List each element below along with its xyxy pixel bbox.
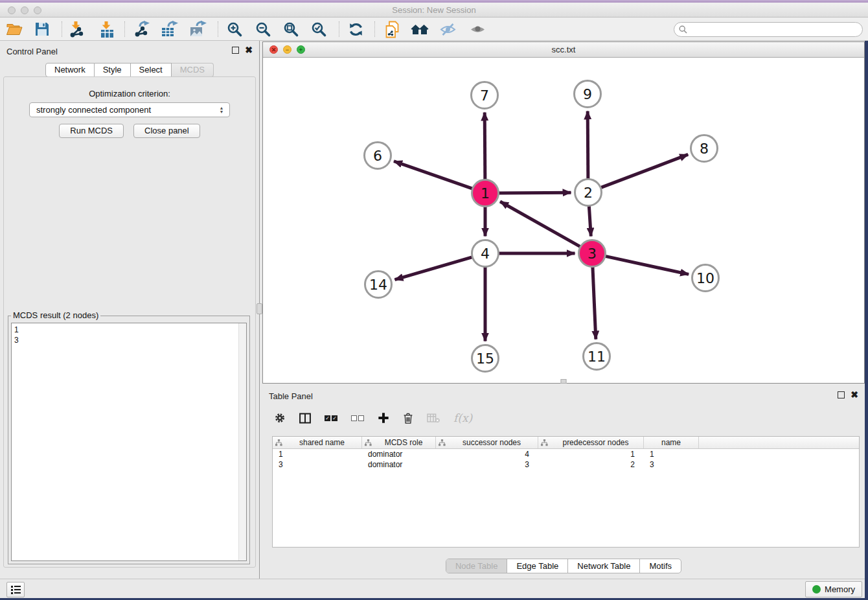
export-network-icon[interactable] <box>131 19 151 39</box>
task-history-button[interactable] <box>6 582 25 597</box>
graph-node-7[interactable]: 7 <box>472 82 498 109</box>
table-cell[interactable]: 1 <box>644 449 699 459</box>
graph-node-15[interactable]: 15 <box>472 345 499 372</box>
graph-node-3[interactable]: 3 <box>579 240 606 267</box>
refresh-styles-icon[interactable] <box>346 19 365 39</box>
open-session-icon[interactable] <box>5 19 24 39</box>
graph-edge-2-8[interactable] <box>599 154 688 188</box>
column-header-shared-name[interactable]: shared name <box>273 437 362 448</box>
run-mcds-button[interactable]: Run MCDS <box>59 124 124 138</box>
function-builder-icon: f(x) <box>453 411 472 424</box>
table-row[interactable]: 1dominator411 <box>273 449 859 459</box>
search-icon <box>679 25 687 34</box>
save-session-icon[interactable] <box>32 19 52 39</box>
status-bar: Memory <box>0 579 868 598</box>
zoom-fit-icon[interactable] <box>281 19 301 39</box>
column-tree-icon <box>275 439 282 446</box>
window-resize-grip[interactable] <box>561 379 567 384</box>
graph-node-label: 10 <box>696 270 714 286</box>
mcds-result-box[interactable]: 1 3 <box>11 323 247 561</box>
graph-node-6[interactable]: 6 <box>365 143 391 169</box>
tab-node-table[interactable]: Node Table <box>446 559 507 573</box>
graph-edge-3-10[interactable] <box>604 256 689 274</box>
close-panel-button[interactable]: Close panel <box>133 124 200 138</box>
graph-edge-1-2[interactable] <box>497 192 571 193</box>
panel-splitter-grip[interactable] <box>257 303 262 314</box>
network-document-icon[interactable] <box>382 19 402 39</box>
import-table-icon[interactable] <box>97 19 117 39</box>
table-cell[interactable]: 2 <box>538 459 644 470</box>
show-columns-icon[interactable] <box>299 413 311 424</box>
select-all-checkboxes-icon[interactable]: ✓✓ <box>325 415 337 421</box>
graph-node-11[interactable]: 11 <box>584 343 610 370</box>
tab-motifs[interactable]: Motifs <box>639 559 681 573</box>
network-window-titlebar[interactable]: ✕ − + scc.txt <box>263 42 864 58</box>
table-row[interactable]: 3dominator323 <box>273 459 859 470</box>
graph-node-4[interactable]: 4 <box>472 240 499 267</box>
export-image-icon[interactable] <box>188 19 207 39</box>
float-panel-icon[interactable] <box>232 47 239 54</box>
network-canvas[interactable]: 7968124314101511 <box>263 58 864 383</box>
table-cell[interactable]: 4 <box>436 449 538 459</box>
zoom-selected-icon[interactable] <box>309 19 328 39</box>
tab-select[interactable]: Select <box>131 63 172 77</box>
home-layout-icon[interactable] <box>410 19 429 39</box>
graph-node-label: 9 <box>583 86 592 102</box>
column-header-successor-nodes[interactable]: successor nodes <box>436 437 538 448</box>
graph-node-14[interactable]: 14 <box>365 271 392 298</box>
graph-edge-2-3[interactable] <box>589 204 591 236</box>
show-graphics-details-icon[interactable] <box>468 19 487 39</box>
tab-style[interactable]: Style <box>95 63 131 77</box>
tab-edge-table[interactable]: Edge Table <box>507 559 567 573</box>
hide-graphics-details-icon[interactable] <box>438 19 457 39</box>
zoom-out-icon[interactable] <box>253 19 273 39</box>
toolbar-separator <box>374 21 375 37</box>
table-cell[interactable]: 3 <box>644 459 699 470</box>
table-cell[interactable]: 3 <box>273 459 362 470</box>
close-panel-icon[interactable]: ✖ <box>851 391 858 398</box>
graph-edge-3-1[interactable] <box>500 202 582 248</box>
delete-column-icon[interactable] <box>403 412 413 424</box>
graph-edge-1-6[interactable] <box>394 161 474 189</box>
add-column-icon[interactable] <box>378 412 389 424</box>
column-header-name[interactable]: name <box>644 437 699 448</box>
toolbar-separator <box>218 21 218 37</box>
graph-node-8[interactable]: 8 <box>691 135 718 162</box>
memory-button[interactable]: Memory <box>805 581 862 597</box>
graph-node-2[interactable]: 2 <box>575 179 602 206</box>
float-panel-icon[interactable] <box>838 391 845 398</box>
table-header-row: shared nameMCDS rolesuccessor nodesprede… <box>273 437 859 449</box>
graph-node-10[interactable]: 10 <box>692 265 719 292</box>
desktop-edge <box>865 41 868 600</box>
tab-mcds[interactable]: MCDS <box>172 63 214 77</box>
column-header-predecessor-nodes[interactable]: predecessor nodes <box>538 437 644 448</box>
column-header-mcds-role[interactable]: MCDS role <box>362 437 436 448</box>
graph-node-label: 15 <box>476 351 494 367</box>
search-input[interactable] <box>674 22 863 37</box>
graph-edge-4-14[interactable] <box>394 257 474 279</box>
table-cell[interactable]: 1 <box>273 449 362 459</box>
tab-network[interactable]: Network <box>45 63 95 77</box>
table-cell[interactable]: 3 <box>436 459 538 470</box>
table-settings-icon[interactable] <box>274 412 286 424</box>
table-cell[interactable]: 1 <box>538 449 644 459</box>
mcds-result-title: MCDS result (2 nodes) <box>11 310 100 320</box>
deselect-all-checkboxes-icon[interactable] <box>351 415 364 421</box>
memory-status-icon <box>812 585 821 594</box>
graph-edge-3-11[interactable] <box>593 265 596 339</box>
graph-edge-1-7[interactable] <box>485 112 485 181</box>
graph-edge-2-9[interactable] <box>588 111 588 180</box>
table-cell[interactable]: dominator <box>362 459 436 470</box>
zoom-in-icon[interactable] <box>225 19 244 39</box>
memory-label: Memory <box>825 584 855 594</box>
mcds-result-scrollbar[interactable] <box>238 323 246 560</box>
import-network-icon[interactable] <box>67 19 86 39</box>
network-view-window: ✕ − + scc.txt 7968124314101511 <box>262 41 865 384</box>
tab-network-table[interactable]: Network Table <box>567 559 639 573</box>
close-panel-icon[interactable]: ✖ <box>245 47 253 54</box>
table-cell[interactable]: dominator <box>362 449 436 459</box>
optimization-select[interactable]: strongly connected component ▲▼ <box>29 102 230 117</box>
graph-node-9[interactable]: 9 <box>575 81 601 108</box>
graph-node-1[interactable]: 1 <box>472 180 499 207</box>
export-table-icon[interactable] <box>159 19 179 39</box>
